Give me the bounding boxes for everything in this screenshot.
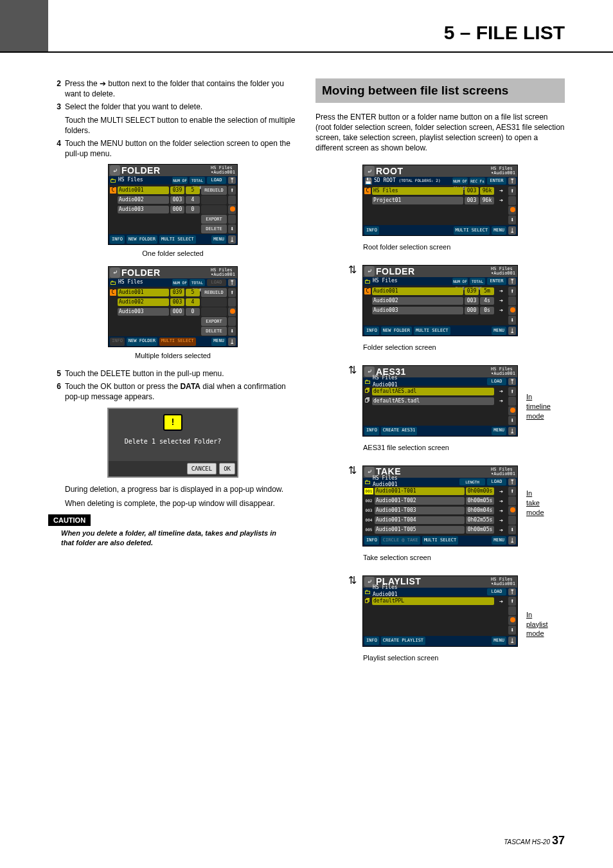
popup-message: Delete 1 selected Folder? bbox=[109, 431, 237, 462]
export-button[interactable]: EXPORT bbox=[201, 215, 227, 224]
scroll-down-icon[interactable]: ⬇ bbox=[508, 416, 516, 425]
scroll-bottom-icon[interactable]: ⤓ bbox=[228, 235, 236, 244]
scroll-bottom-icon[interactable]: ⤓ bbox=[508, 637, 516, 645]
info-button[interactable]: INFO bbox=[364, 226, 379, 235]
file-icon: 🗍 bbox=[364, 598, 371, 605]
caption-aes: AES31 file selection screen bbox=[363, 443, 517, 453]
back-icon[interactable]: ⤶ bbox=[110, 267, 120, 278]
load-button[interactable]: LOAD bbox=[207, 177, 226, 184]
step-3: 3Select the folder that you want to dele… bbox=[48, 102, 298, 112]
delete-button[interactable]: DELETE bbox=[201, 327, 227, 336]
export-button[interactable]: EXPORT bbox=[201, 317, 227, 326]
current-icon: C bbox=[364, 288, 371, 294]
circle-take-button[interactable]: CIRCLE @ TAKE bbox=[381, 536, 420, 545]
info-button[interactable]: INFO bbox=[364, 427, 379, 435]
folder-icon: 🗀 bbox=[364, 478, 371, 487]
scroll-down-icon[interactable]: ⬇ bbox=[508, 215, 516, 224]
info-button[interactable]: INFO bbox=[110, 235, 125, 244]
scroll-up-icon[interactable]: ⬆ bbox=[508, 387, 516, 396]
caption-take: Take selection screen bbox=[363, 553, 517, 563]
enter-arrow-icon[interactable]: ➔ bbox=[495, 296, 507, 305]
scroll-down-icon[interactable]: ⬇ bbox=[508, 316, 516, 325]
enter-arrow-icon[interactable]: ➔ bbox=[495, 497, 507, 506]
scroll-down-icon[interactable]: ⬇ bbox=[228, 224, 236, 233]
page-header: 5 – FILE LIST bbox=[0, 0, 613, 53]
back-icon[interactable]: ⤶ bbox=[364, 266, 375, 276]
info-button[interactable]: INFO bbox=[364, 536, 379, 545]
enter-arrow-icon[interactable]: ➔ bbox=[495, 397, 507, 406]
enter-arrow-icon[interactable]: ➔ bbox=[495, 507, 507, 516]
scroll-bottom-icon[interactable]: ⤓ bbox=[508, 327, 516, 335]
scroll-top-icon[interactable]: ⤒ bbox=[228, 177, 236, 184]
new-folder-button[interactable]: NEW FOLDER bbox=[127, 338, 157, 346]
new-folder-button[interactable]: NEW FOLDER bbox=[127, 235, 157, 244]
scroll-up-icon[interactable]: ⬆ bbox=[228, 288, 236, 297]
menu-button[interactable]: MENU bbox=[492, 637, 506, 645]
scroll-up-icon[interactable]: ⬆ bbox=[228, 186, 236, 195]
enter-arrow-icon[interactable]: ➔ bbox=[495, 196, 507, 205]
new-folder-button[interactable]: NEW FOLDER bbox=[381, 327, 412, 335]
ok-button[interactable]: OK bbox=[219, 463, 235, 475]
playlist-screen: ⤶PLAYLISTHS Files▾Audio001 🗀HS FilesAudi… bbox=[362, 575, 518, 647]
cancel-button[interactable]: CANCEL bbox=[187, 463, 217, 475]
enter-arrow-icon[interactable]: ➔ bbox=[495, 186, 507, 195]
scroll-bottom-icon[interactable]: ⤓ bbox=[228, 338, 236, 346]
info-button[interactable]: INFO bbox=[364, 637, 379, 645]
menu-button[interactable]: MENU bbox=[211, 338, 226, 346]
scroll-bottom-icon[interactable]: ⤓ bbox=[508, 536, 516, 545]
scroll-top-icon[interactable]: ⤒ bbox=[508, 177, 516, 185]
step-6: 6Touch the OK button or press the DATA d… bbox=[48, 381, 298, 402]
scroll-indicator-icon bbox=[510, 207, 515, 212]
enter-arrow-icon[interactable]: ➔ bbox=[495, 387, 507, 396]
scroll-up-icon[interactable]: ⬆ bbox=[508, 287, 516, 296]
info-button[interactable]: INFO bbox=[364, 327, 379, 335]
multi-select-button[interactable]: MULTI SELECT bbox=[454, 226, 490, 235]
caution-text: When you delete a folder, all timeline d… bbox=[48, 529, 298, 548]
delete-button[interactable]: DELETE bbox=[201, 224, 227, 233]
back-icon[interactable]: ⤶ bbox=[110, 165, 120, 176]
menu-button[interactable]: MENU bbox=[492, 226, 506, 235]
section-heading: Moving between file list screens bbox=[315, 78, 565, 103]
enter-button[interactable]: ENTER bbox=[487, 278, 506, 285]
caption-multi-selected: Multiple folders selected bbox=[48, 351, 298, 361]
enter-button[interactable]: ENTER bbox=[487, 177, 506, 185]
multi-select-button[interactable]: MULTI SELECT bbox=[414, 327, 450, 335]
create-playlist-button[interactable]: CREATE PLAYLIST bbox=[381, 637, 425, 645]
scroll-bottom-icon[interactable]: ⤓ bbox=[508, 427, 516, 435]
enter-arrow-icon[interactable]: ➔ bbox=[495, 526, 507, 535]
enter-arrow-icon[interactable]: ➔ bbox=[495, 287, 507, 296]
scroll-down-icon[interactable]: ⬇ bbox=[508, 525, 516, 534]
menu-button[interactable]: MENU bbox=[211, 235, 226, 244]
menu-button[interactable]: MENU bbox=[492, 327, 506, 335]
load-button[interactable]: LOAD bbox=[487, 378, 506, 385]
scroll-top-icon[interactable]: ⤒ bbox=[508, 378, 516, 385]
root-screen: ⤶ROOTHS Files▾Audio001 💾SD ROOT (TOTAL F… bbox=[362, 165, 518, 236]
rebuild-button[interactable]: REBUILD bbox=[201, 288, 227, 297]
scroll-down-icon[interactable]: ⬇ bbox=[508, 626, 516, 635]
load-button[interactable]: LOAD bbox=[487, 478, 506, 485]
rebuild-button[interactable]: REBUILD bbox=[201, 186, 227, 195]
create-aes31-button[interactable]: CREATE AES31 bbox=[381, 427, 418, 435]
scroll-up-icon[interactable]: ⬆ bbox=[508, 487, 516, 496]
folder-icon: 🗀 bbox=[364, 277, 371, 286]
scroll-up-icon[interactable]: ⬆ bbox=[508, 597, 516, 606]
enter-arrow-icon[interactable]: ➔ bbox=[495, 516, 507, 525]
enter-arrow-icon[interactable]: ➔ bbox=[495, 487, 507, 496]
enter-arrow-icon[interactable]: ➔ bbox=[495, 597, 507, 606]
menu-button[interactable]: MENU bbox=[492, 427, 506, 435]
enter-arrow-icon[interactable]: ➔ bbox=[495, 306, 507, 315]
scroll-up-icon[interactable]: ⬆ bbox=[508, 186, 516, 195]
scroll-down-icon[interactable]: ⬇ bbox=[228, 327, 236, 336]
load-button[interactable]: LOAD bbox=[487, 588, 506, 595]
scroll-top-icon[interactable]: ⤒ bbox=[508, 278, 516, 285]
scroll-bottom-icon[interactable]: ⤓ bbox=[508, 226, 516, 235]
multi-select-button[interactable]: MULTI SELECT bbox=[422, 536, 459, 545]
menu-button[interactable]: MENU bbox=[492, 536, 506, 545]
multi-select-button-active[interactable]: MULTI SELECT bbox=[159, 338, 196, 346]
scroll-top-icon[interactable]: ⤒ bbox=[508, 478, 516, 485]
multi-select-button[interactable]: MULTI SELECT bbox=[159, 235, 196, 244]
back-icon[interactable]: ⤶ bbox=[364, 166, 375, 176]
scroll-top-icon[interactable]: ⤒ bbox=[228, 279, 236, 286]
folder-screen-one-selected: ⤶FOLDERHS Files▾Audio001 🗀HS FilesNUM OF… bbox=[108, 164, 238, 245]
scroll-top-icon[interactable]: ⤒ bbox=[508, 588, 516, 595]
